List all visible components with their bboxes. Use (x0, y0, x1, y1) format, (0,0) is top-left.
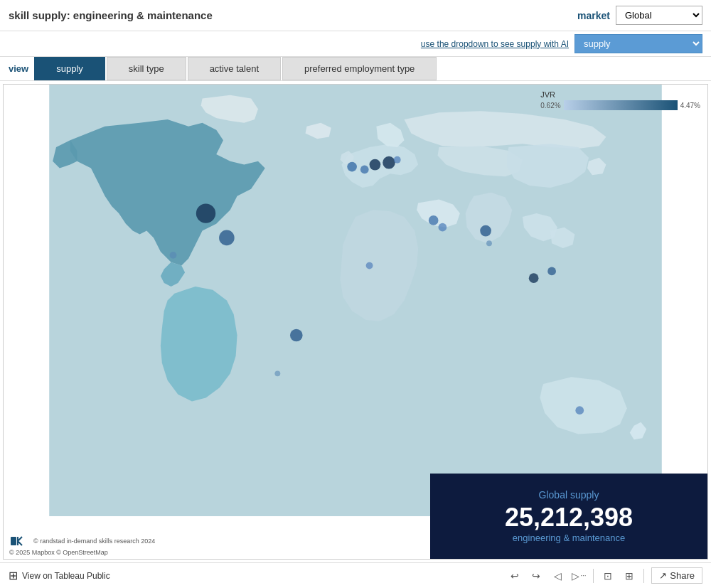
back-button[interactable]: ◁ (550, 569, 565, 583)
map-container (4, 85, 707, 516)
market-dropdown[interactable]: Global North America Europe Asia Pacific… (616, 6, 702, 25)
more-icon[interactable]: ··· (580, 572, 586, 579)
svg-point-6 (360, 166, 369, 174)
device-button[interactable]: ⊡ (601, 569, 615, 583)
share-label: Share (670, 570, 695, 581)
info-box-title: Global supply (539, 489, 599, 501)
svg-point-17 (274, 370, 280, 376)
share-button[interactable]: ↗ Share (651, 567, 702, 584)
tabs-row: view supply skill type active talent pre… (0, 57, 711, 81)
svg-point-4 (347, 162, 357, 172)
toolbar-bottom: ⊞ View on Tableau Public ↩ ↪ ◁ ▷ ··· ⊡ ⊞… (0, 562, 711, 588)
svg-point-12 (486, 240, 492, 246)
title-bold: engineering & maintenance (73, 9, 213, 21)
header-title: skill supply: engineering & maintenance (9, 9, 213, 21)
svg-point-14 (529, 273, 539, 283)
tab-skill-type[interactable]: skill type (107, 57, 186, 80)
info-box: Global supply 25,212,398 engineering & m… (430, 474, 707, 559)
market-label: market (577, 10, 610, 21)
map-credits: © randstad in-demand skills research 202… (9, 534, 155, 556)
undo-button[interactable]: ↩ (508, 569, 522, 583)
header: skill supply: engineering & maintenance … (0, 0, 711, 31)
svg-point-10 (439, 223, 447, 232)
svg-point-8 (394, 156, 401, 164)
svg-point-18 (575, 406, 584, 415)
forward-button[interactable]: ▷ ··· (572, 569, 586, 583)
tab-supply[interactable]: supply (34, 57, 105, 80)
redo-button[interactable]: ↪ (529, 569, 543, 583)
tableau-icon: ⊞ (9, 569, 18, 582)
svg-point-13 (547, 267, 556, 276)
ai-supply-dropdown[interactable]: supply demand gap (574, 34, 702, 53)
jvr-bar (564, 100, 678, 110)
main-container: skill supply: engineering & maintenance … (0, 0, 711, 588)
share-icon: ↗ (659, 570, 667, 581)
header-right: market Global North America Europe Asia … (577, 6, 702, 25)
toolbar-divider (593, 569, 594, 583)
map-credit-line2: © 2025 Mapbox © OpenStreetMap (9, 549, 155, 556)
info-box-subtitle: engineering & maintenance (513, 533, 625, 543)
toolbar-bottom-left: ⊞ View on Tableau Public (9, 569, 110, 582)
jvr-legend: JVR 0.62% 4.47% (540, 90, 700, 110)
svg-point-7 (383, 156, 395, 169)
info-box-number: 25,212,398 (505, 503, 633, 532)
title-prefix: skill supply: (9, 9, 73, 21)
svg-point-1 (196, 203, 215, 223)
map-credit-line1: © randstad in-demand skills research 202… (33, 538, 155, 545)
jvr-max: 4.47% (680, 102, 700, 109)
toolbar-divider-2 (643, 569, 644, 583)
svg-point-11 (480, 225, 491, 237)
svg-point-16 (290, 329, 303, 342)
content-area: JVR 0.62% 4.47% (3, 84, 708, 560)
jvr-title: JVR (540, 90, 555, 99)
svg-point-3 (170, 252, 177, 259)
svg-point-5 (370, 159, 381, 171)
embed-button[interactable]: ⊞ (622, 569, 636, 583)
tab-preferred-employment[interactable]: preferred employment type (282, 57, 437, 80)
jvr-min: 0.62% (540, 102, 560, 109)
view-on-tableau-label[interactable]: View on Tableau Public (22, 571, 110, 581)
svg-point-9 (429, 215, 439, 225)
ai-row: use the dropdown to see supply with AI s… (0, 31, 711, 57)
svg-rect-19 (11, 537, 16, 545)
tab-active-talent[interactable]: active talent (188, 57, 281, 80)
svg-point-15 (366, 262, 373, 269)
world-map (4, 85, 707, 516)
jvr-bar-row: 0.62% 4.47% (540, 100, 700, 110)
svg-point-2 (219, 230, 235, 246)
toolbar-bottom-right: ↩ ↪ ◁ ▷ ··· ⊡ ⊞ ↗ Share (508, 567, 702, 584)
randstad-logo: © randstad in-demand skills research 202… (9, 534, 155, 548)
ai-row-label: use the dropdown to see supply with AI (421, 39, 569, 49)
view-label: view (9, 63, 28, 74)
